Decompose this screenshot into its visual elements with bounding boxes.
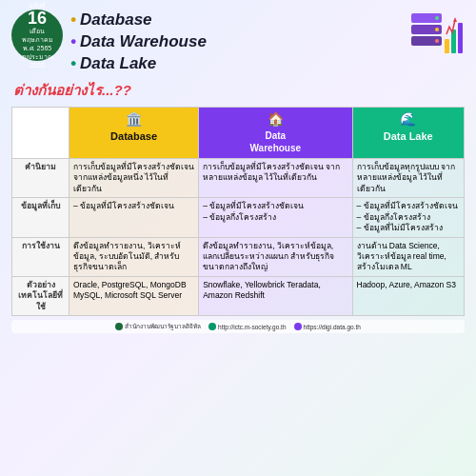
question-line: ต่างกันอย่างไร...?? <box>13 79 465 102</box>
table-row: การใช้งานดึงข้อมูลทำรายงาน, วิเคราะห์ข้อ… <box>12 237 465 276</box>
page-container: ฉบับที่ 16 เดือนพฤษภาคม พ.ศ. 2565 งบประม… <box>0 0 476 476</box>
row-dw-value: – ข้อมูลที่มีโครงสร้างชัดเจน – ข้อมูลกึ่… <box>199 198 352 237</box>
row-db-value: ดึงข้อมูลทำรายงาน, วิเคราะห์ข้อมูล, ระบบ… <box>69 237 199 276</box>
badge-num: 16 <box>28 10 47 27</box>
th-datawarehouse: 🏠 DataWarehouse <box>199 107 352 158</box>
svg-rect-8 <box>458 23 463 53</box>
dl-icon: 🌊 <box>357 110 461 129</box>
table-row: ข้อมูลที่เก็บ– ข้อมูลที่มีโครงสร้างชัดเจ… <box>12 198 465 237</box>
th-datalake: 🌊 Data Lake <box>352 107 465 158</box>
row-db-value: การเก็บข้อมูลที่มีโครงสร้างชัดเจน จากแหล… <box>69 158 199 197</box>
edition-badge: ฉบับที่ 16 เดือนพฤษภาคม พ.ศ. 2565 งบประม… <box>11 10 63 61</box>
row-dw-value: การเก็บข้อมูลที่มีโครงสร้างชัดเจน จากหลา… <box>199 158 352 197</box>
row-dw-value: ดึงข้อมูลทำรายงาน, วิเคราะห์ข้อมูล, แลกเ… <box>199 237 352 276</box>
footer-text-2: http://ictc.m-society.go.th <box>218 324 286 330</box>
dw-icon: 🏠 <box>203 110 347 129</box>
footer: สำนักงานพัฒนารัฐบาลดิจิทัล http://ictc.m… <box>11 320 465 333</box>
db-icon: 🏛️ <box>73 110 194 129</box>
footer-text-1: สำนักงานพัฒนารัฐบาลดิจิทัล <box>125 322 201 331</box>
svg-rect-6 <box>445 39 449 53</box>
row-dl-value: Hadoop, Azure, Amazon S3 <box>352 276 465 315</box>
footer-item-3: https://digi.data.go.th <box>294 323 361 330</box>
th-empty <box>12 107 69 158</box>
row-dl-value: การเก็บข้อมูลทุกรูปแบบ จากหลายแหล่งข้อมู… <box>352 158 465 197</box>
comparison-table: 🏛️ Database 🏠 DataWarehouse 🌊 Data Lake … <box>11 107 465 317</box>
table-row: คำนิยามการเก็บข้อมูลที่มีโครงสร้างชัดเจน… <box>12 158 465 197</box>
row-label: คำนิยาม <box>12 158 69 197</box>
badge-line2: เดือนพฤษภาคม <box>14 27 60 44</box>
row-label: ตัวอย่าง เทคโนโลยีที่ใช้ <box>12 276 69 315</box>
server-illustration <box>407 6 468 67</box>
table-row: ตัวอย่าง เทคโนโลยีที่ใช้Oracle, PostgreS… <box>12 276 465 315</box>
footer-dot-3 <box>294 323 302 330</box>
row-label: ข้อมูลที่เก็บ <box>12 198 69 237</box>
footer-text-3: https://digi.data.go.th <box>304 324 361 330</box>
footer-dot-2 <box>208 323 216 330</box>
footer-item-2: http://ictc.m-society.go.th <box>208 323 286 330</box>
header: ฉบับที่ 16 เดือนพฤษภาคม พ.ศ. 2565 งบประม… <box>11 10 465 75</box>
row-db-value: – ข้อมูลที่มีโครงสร้างชัดเจน <box>69 198 199 237</box>
title-line3: •Data Lake <box>70 53 465 75</box>
footer-dot-1 <box>115 323 123 330</box>
svg-marker-9 <box>453 17 457 22</box>
row-dl-value: – ข้อมูลที่มีโครงสร้างชัดเจน – ข้อมูลกึ่… <box>352 198 465 237</box>
row-dl-value: งานด้าน Data Science, วิเคราะห์ข้อมูล re… <box>352 237 465 276</box>
footer-item-1: สำนักงานพัฒนารัฐบาลดิจิทัล <box>115 322 201 331</box>
th-database: 🏛️ Database <box>69 107 199 158</box>
svg-point-5 <box>435 39 439 43</box>
title-line1: •Database <box>70 10 465 31</box>
row-db-value: Oracle, PostgreSQL, MongoDB MySQL, Micro… <box>69 276 199 315</box>
row-dw-value: Snowflake, Yellowbrick Teradata, Amazon … <box>199 276 352 315</box>
svg-point-3 <box>435 16 439 20</box>
row-label: การใช้งาน <box>12 237 69 276</box>
svg-point-4 <box>435 28 439 31</box>
badge-line3: พ.ศ. 2565 <box>23 44 51 52</box>
title-block: •Database •Data Warehouse •Data Lake <box>70 10 465 75</box>
title-line2: •Data Warehouse <box>70 31 465 53</box>
title-bullets: •Database •Data Warehouse •Data Lake <box>70 10 465 75</box>
badge-line4: งบประมาณ 2565 <box>14 52 60 69</box>
